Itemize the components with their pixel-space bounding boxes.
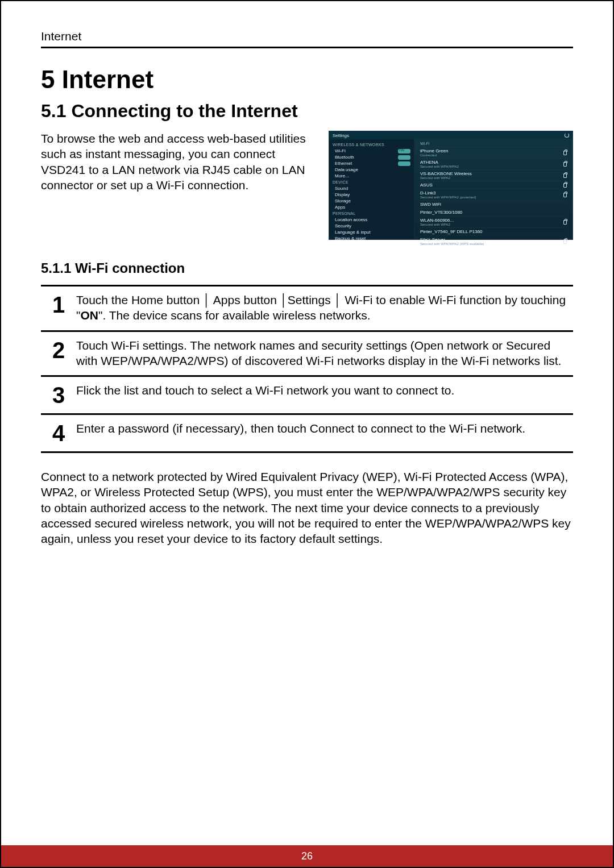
sidebar-item-wifi: Wi-Fi: [333, 148, 413, 154]
page-footer: 26: [1, 845, 613, 867]
intro-paragraph: To browse the web and access web-based u…: [41, 131, 316, 193]
step-number: 3: [41, 383, 76, 406]
subsection-heading: 5.1.1 Wi-Fi connection: [41, 260, 573, 276]
lock-icon: [563, 183, 567, 188]
lock-icon: [563, 173, 567, 178]
toggle-icon: [398, 161, 410, 166]
sidebar-item-sound: Sound: [333, 185, 413, 192]
lock-icon: [563, 220, 567, 225]
lock-icon: [563, 193, 567, 197]
document-page: Internet 5 Internet 5.1 Connecting to th…: [0, 0, 614, 868]
wifi-row: Pinter_V7540_9F DELL P1360: [420, 227, 567, 235]
left-section-label: WIRELESS & NETWORKS: [333, 143, 413, 147]
sidebar-item-bluetooth: Bluetooth: [333, 154, 413, 160]
screenshot-title: Settings: [333, 133, 349, 138]
sidebar-item-language: Language & input: [333, 229, 413, 235]
wifi-row: iPhone GreenConnected: [420, 147, 567, 158]
lock-icon: [563, 162, 567, 167]
step-row: 4 Enter a password (if necessary), then …: [41, 413, 573, 453]
page-number: 26: [301, 850, 313, 862]
settings-left-pane: WIRELESS & NETWORKS Wi-Fi Bluetooth Ethe…: [329, 139, 414, 239]
sidebar-item-backup: Backup & reset: [333, 235, 413, 242]
wifi-row: SWD WiFi: [420, 200, 567, 208]
right-pane-header: Wi-Fi: [420, 142, 567, 146]
running-header: Internet: [41, 30, 573, 48]
chapter-heading: 5 Internet: [41, 65, 573, 94]
toggle-icon: [398, 155, 410, 160]
step-number: 1: [41, 292, 76, 323]
wifi-row: VS-BACKBONE WirelessSecured with WPA2: [420, 169, 567, 181]
left-section-label: DEVICE: [333, 180, 413, 184]
toggle-on-icon: [398, 149, 410, 153]
section-heading: 5.1 Connecting to the Internet: [41, 101, 573, 122]
sidebar-item-more: More...: [333, 173, 413, 179]
step-text: Touch the Home button │ Apps button │Set…: [76, 292, 573, 323]
step-text: Enter a password (if necessary), then to…: [76, 421, 573, 445]
sidebar-item-apps: Apps: [333, 204, 413, 210]
sidebar-item-location: Location access: [333, 217, 413, 223]
steps-list: 1 Touch the Home button │ Apps button │S…: [41, 285, 573, 453]
lock-icon: [563, 239, 567, 244]
wifi-row: ATHENASecured with WPA/WPA2: [420, 158, 567, 169]
wifi-row: WLAN-660906...Secured with WPA2: [420, 216, 567, 227]
refresh-icon: [565, 133, 569, 138]
sidebar-item-display: Display: [333, 192, 413, 198]
wifi-row: File's ServerSecured with WPA/WPA2 (WPS …: [420, 235, 567, 247]
screenshot-titlebar: Settings: [329, 131, 572, 139]
lock-icon: [563, 151, 567, 155]
step-row: 2 Touch Wi-Fi settings. The network name…: [41, 330, 573, 377]
wifi-row: Pinter_VTE300/1080: [420, 208, 567, 216]
intro-row: To browse the web and access web-based u…: [41, 131, 573, 240]
step-number: 2: [41, 338, 76, 369]
wifi-row: ASUS: [420, 181, 567, 189]
wifi-row: D-Link3Secured with WPA/WPA2 (protected): [420, 189, 567, 200]
step-number: 4: [41, 421, 76, 445]
step-text: Flick the list and touch to select a Wi-…: [76, 383, 573, 406]
sidebar-item-security: Security: [333, 223, 413, 229]
left-section-label: PERSONAL: [333, 211, 413, 215]
step-row: 1 Touch the Home button │ Apps button │S…: [41, 285, 573, 332]
settings-screenshot: Settings WIRELESS & NETWORKS Wi-Fi Bluet…: [329, 131, 573, 240]
closing-paragraph: Connect to a network protected by Wired …: [41, 469, 573, 546]
sidebar-item-storage: Storage: [333, 198, 413, 204]
settings-right-pane: Wi-Fi iPhone GreenConnected ATHENASecure…: [414, 139, 572, 239]
step-text: Touch Wi-Fi settings. The network names …: [76, 338, 573, 369]
sidebar-item-ethernet: Ethernet: [333, 160, 413, 167]
step-row: 3 Flick the list and touch to select a W…: [41, 375, 573, 415]
sidebar-item-datausage: Data usage: [333, 167, 413, 173]
